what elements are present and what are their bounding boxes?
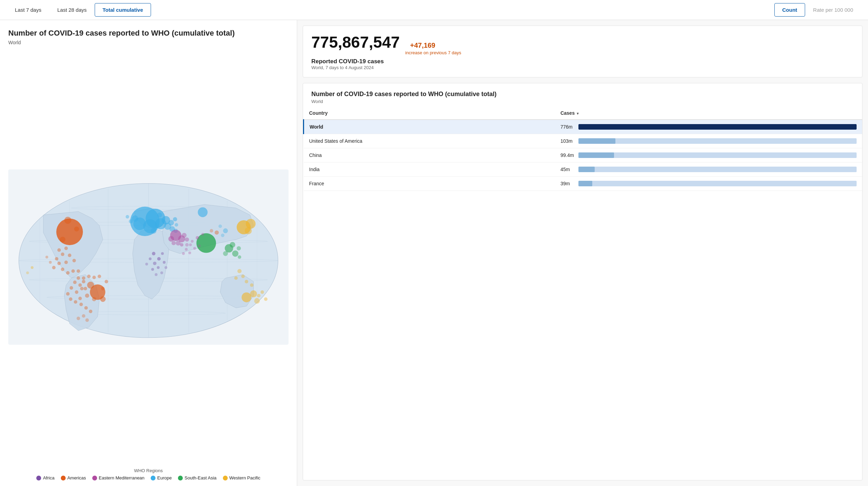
bar-fill <box>578 181 592 186</box>
svg-point-28 <box>175 223 178 226</box>
svg-point-60 <box>246 219 255 228</box>
table-row[interactable]: United States of America 103m <box>304 134 862 148</box>
legend-area: WHO Regions Africa Americas Eastern Medi… <box>8 465 289 480</box>
seasia-dot <box>178 476 183 480</box>
svg-point-78 <box>171 241 176 245</box>
americas-label: Americas <box>67 475 86 480</box>
svg-point-96 <box>61 252 64 256</box>
svg-point-102 <box>71 269 75 273</box>
svg-point-121 <box>82 314 85 318</box>
bar-cell: 99.4m <box>560 152 857 158</box>
svg-point-87 <box>157 266 160 269</box>
bar-bg <box>578 152 857 158</box>
main-content: Number of COVID-19 cases reported to WHO… <box>0 20 868 486</box>
table-row[interactable]: France 39m <box>304 177 862 191</box>
bar-bg <box>578 167 857 172</box>
svg-point-50 <box>92 275 96 279</box>
svg-point-95 <box>68 253 71 257</box>
svg-point-114 <box>69 286 73 289</box>
svg-point-55 <box>230 242 235 247</box>
bar-cell: 776m <box>560 124 857 130</box>
svg-point-24 <box>168 220 174 225</box>
tab-rate[interactable]: Rate per 100 000 <box>805 3 861 17</box>
bar-fill <box>578 138 615 144</box>
big-number: 775,867,547 <box>311 33 400 52</box>
cell-country: France <box>304 177 555 191</box>
bar-fill <box>578 152 614 158</box>
bar-cell: 103m <box>560 138 857 144</box>
svg-point-75 <box>168 236 174 241</box>
svg-point-27 <box>129 219 133 223</box>
svg-point-119 <box>84 306 88 309</box>
svg-point-117 <box>74 300 77 303</box>
table-wrapper[interactable]: Country Cases ▼ World 776m United St <box>303 107 862 191</box>
svg-point-110 <box>77 276 80 280</box>
africa-dot <box>36 476 41 480</box>
map-container <box>8 49 289 465</box>
svg-point-81 <box>185 243 189 246</box>
svg-point-97 <box>57 248 61 252</box>
svg-point-72 <box>264 297 267 301</box>
svg-point-105 <box>57 261 61 265</box>
svg-point-113 <box>84 287 87 290</box>
table-card: Number of COVID-19 cases reported to WHO… <box>303 83 862 480</box>
svg-point-33 <box>157 213 162 217</box>
table-row[interactable]: India 45m <box>304 162 862 177</box>
svg-point-133 <box>182 252 185 255</box>
svg-point-130 <box>193 247 196 250</box>
svg-point-36 <box>60 236 65 242</box>
svg-point-118 <box>79 302 83 306</box>
svg-point-62 <box>242 292 251 302</box>
svg-point-88 <box>163 261 166 263</box>
table-row[interactable]: China 99.4m <box>304 148 862 162</box>
svg-point-127 <box>201 233 204 235</box>
tab-count[interactable]: Count <box>774 3 805 17</box>
table-card-title: Number of COVID-19 cases reported to WHO… <box>311 90 854 98</box>
col-cases-header[interactable]: Cases ▼ <box>555 107 862 120</box>
map-title: Number of COVID-19 cases reported to WHO… <box>8 28 289 38</box>
svg-point-70 <box>257 294 261 297</box>
svg-point-23 <box>151 228 157 233</box>
cell-country: India <box>304 162 555 177</box>
right-panel: 775,867,547 +47,169 increase on previous… <box>297 20 868 486</box>
tab-last7days[interactable]: Last 7 days <box>7 3 49 17</box>
svg-point-109 <box>82 276 85 280</box>
svg-point-115 <box>66 292 69 296</box>
legend-item-seasia: South-East Asia <box>178 475 217 480</box>
bar-value: 776m <box>560 124 576 130</box>
eastmed-dot <box>92 476 97 480</box>
bar-bg <box>578 181 857 186</box>
svg-point-94 <box>64 246 68 250</box>
cell-cases: 45m <box>555 162 862 177</box>
tab-total-cumulative[interactable]: Total cumulative <box>95 3 151 17</box>
svg-point-86 <box>161 252 164 255</box>
legend-item-europe: Europe <box>151 475 172 480</box>
table-row[interactable]: World 776m <box>304 120 862 134</box>
svg-point-120 <box>89 309 92 313</box>
tab-last28days[interactable]: Last 28 days <box>49 3 95 17</box>
cell-country: United States of America <box>304 134 555 148</box>
cell-cases: 39m <box>555 177 862 191</box>
svg-point-42 <box>85 293 89 298</box>
europe-label: Europe <box>157 475 172 480</box>
svg-point-65 <box>237 269 242 273</box>
svg-point-104 <box>61 268 64 271</box>
table-card-sub: World <box>311 99 854 104</box>
bar-bg <box>578 124 857 130</box>
col-country-header[interactable]: Country <box>304 107 555 120</box>
legend-items: Africa Americas Eastern Mediterranean Eu… <box>8 475 289 480</box>
svg-point-128 <box>191 240 194 243</box>
bar-bg <box>578 138 857 144</box>
top-bar: Last 7 days Last 28 days Total cumulativ… <box>0 0 868 20</box>
bar-value: 45m <box>560 167 576 172</box>
wpacific-dot <box>223 476 228 480</box>
svg-point-77 <box>182 233 187 237</box>
americas-dot <box>61 476 66 480</box>
stats-card: 775,867,547 +47,169 increase on previous… <box>303 26 862 77</box>
svg-point-131 <box>198 244 200 247</box>
svg-point-84 <box>153 261 157 265</box>
svg-point-99 <box>64 260 68 264</box>
cell-cases: 99.4m <box>555 148 862 162</box>
svg-point-67 <box>234 276 238 280</box>
europe-dot <box>151 476 155 480</box>
